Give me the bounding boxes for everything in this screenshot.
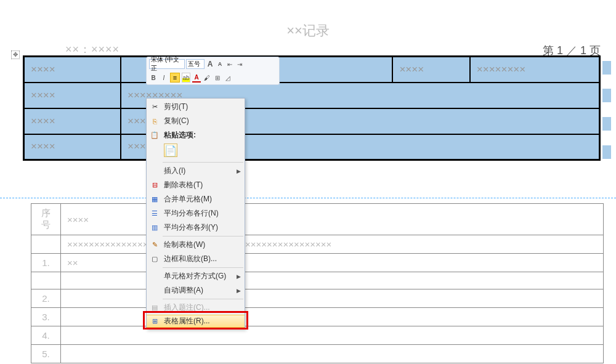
cell[interactable]: ×××× [24,108,121,134]
align-center-icon[interactable]: ≡ [170,73,180,83]
table-row[interactable]: 1. ×× [31,254,604,272]
submenu-arrow-icon: ▶ [237,168,241,174]
menu-distribute-rows[interactable]: ☰ 平均分布各行(N) [147,206,245,220]
pencil-icon: ✎ [150,240,160,250]
increase-indent-icon[interactable]: ⇥ [235,59,244,69]
font-size-selector[interactable]: 五号 [186,59,205,69]
cell[interactable]: ×× [61,254,604,272]
main-table[interactable]: ×××× ×××× ×××××××× ×××× ××××××××× ×××× ×… [23,55,601,161]
table-anchor-icon[interactable]: ✥ [11,51,20,59]
selection-marker [602,117,611,131]
table-row[interactable]: ×××× ×××× ×××××××× [24,57,600,83]
scissors-icon: ✂ [150,102,160,112]
menu-copy[interactable]: ⎘ 复制(C) [147,114,245,128]
selection-marker [602,89,611,102]
selection-marker [602,61,611,75]
delete-table-icon: ⊟ [150,180,160,190]
context-menu: ✂ 剪切(T) ⎘ 复制(C) 📋 粘贴选项: 📄 插入(I) ▶ ⊟ 删除表格… [146,98,245,330]
table-row[interactable]: 3. [31,308,604,326]
distribute-cols-icon: ▥ [150,223,160,233]
table-row[interactable]: 5. [31,345,604,363]
cell[interactable]: ×××× [24,134,121,160]
grow-font-icon[interactable]: A [206,59,214,69]
cell[interactable]: ×××××××× [470,57,600,83]
selection-marker [602,145,611,159]
header-cell[interactable]: ×××× [61,204,604,235]
cell[interactable] [31,272,61,289]
menu-insert-caption: ▤ 插入题注(C)... [147,301,245,315]
cell[interactable]: ××××××××××××××××××××××××××××××××××××××××… [61,235,604,254]
menu-distribute-cols[interactable]: ▥ 平均分布各列(Y) [147,220,245,235]
menu-draw-table[interactable]: ✎ 绘制表格(W) [147,238,245,252]
submenu-arrow-icon: ▶ [237,288,241,294]
page-break-line [0,198,616,198]
table-row[interactable]: 4. [31,326,604,345]
merge-cells-icon: ▦ [150,195,160,204]
paste-keep-source-icon[interactable]: 📄 [164,144,177,157]
italic-icon[interactable]: I [160,73,168,83]
menu-borders-shading[interactable]: ▢ 边框和底纹(B)... [147,252,245,266]
caption-icon: ▤ [150,303,160,313]
page-title: ××记录 [286,22,330,40]
cell[interactable]: 2. [31,289,61,308]
cell[interactable]: ×××× [24,83,121,108]
borders-icon: ▢ [150,254,160,264]
eraser-icon[interactable]: ◿ [224,73,232,83]
menu-insert[interactable]: 插入(I) ▶ [147,164,245,178]
menu-cut[interactable]: ✂ 剪切(T) [147,100,245,114]
shrink-font-icon[interactable]: A [216,59,224,69]
menu-delete-table[interactable]: ⊟ 删除表格(T) [147,178,245,192]
table-row[interactable]: ×××× ××××××××× [24,83,600,108]
cell[interactable]: 1. [31,254,61,272]
cell[interactable]: 3. [31,308,61,326]
header-cell[interactable]: 序号 [31,204,61,235]
table-row[interactable]: ××××××××××××××××××××××××××××××××××××××××… [31,235,604,254]
menu-merge-cells[interactable]: ▦ 合并单元格(M) [147,192,245,206]
menu-paste-options[interactable]: 📋 粘贴选项: [147,128,245,142]
table-header-row[interactable]: 序号 ×××× [31,204,604,235]
copy-icon: ⎘ [150,116,160,126]
table-icon[interactable]: ⊞ [213,73,222,83]
cell[interactable]: ×××× [392,57,469,83]
menu-cell-alignment[interactable]: 单元格对齐方式(G) ▶ [147,269,245,283]
format-painter-icon[interactable]: 🖌 [203,73,211,83]
font-selector[interactable]: 宋体 (中文正 [149,59,185,69]
paste-icon: 📋 [150,131,160,140]
paste-option-row: 📄 [147,144,245,161]
highlight-color-icon[interactable]: ab [182,73,190,83]
submenu-arrow-icon: ▶ [237,273,241,280]
font-color-icon[interactable]: A [192,73,201,83]
header-label: ××：×××× [65,42,120,57]
decrease-indent-icon[interactable]: ⇤ [225,59,234,69]
menu-autofit[interactable]: 自动调整(A) ▶ [147,283,245,297]
cell[interactable]: 4. [31,326,61,345]
mini-toolbar[interactable]: 宋体 (中文正 五号 A A ⇤ ⇥ B I ≡ ab A 🖌 ⊞ ◿ [146,57,280,85]
table-row[interactable]: 2. [31,289,604,308]
distribute-rows-icon: ☰ [150,209,160,219]
menu-table-properties[interactable]: ⊞ 表格属性(R)... [147,315,245,328]
bold-icon[interactable]: B [149,73,158,83]
table-row[interactable]: ×××× ××××× [24,134,600,160]
cell[interactable]: ×××× [24,57,121,83]
table-row[interactable] [31,272,604,289]
table-row[interactable]: ×××× ××××× [24,108,600,134]
cell[interactable]: 5. [31,345,61,363]
lower-table[interactable]: 序号 ×××× ××××××××××××××××××××××××××××××××… [31,203,604,363]
properties-icon: ⊞ [150,317,160,326]
